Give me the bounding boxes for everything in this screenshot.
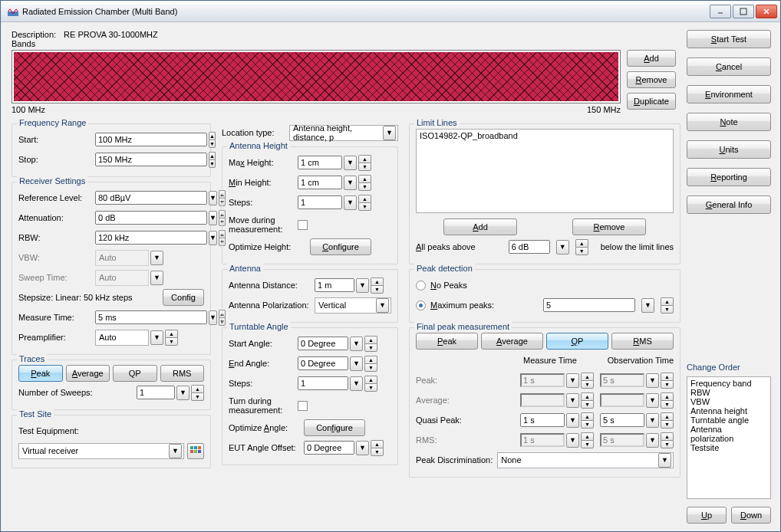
location-type-value[interactable]: Antenna height, distance, p <box>293 123 381 142</box>
dropdown-icon[interactable]: ▼ <box>344 176 357 190</box>
spin-down[interactable]: ▼ <box>191 392 204 401</box>
units-button[interactable]: Units <box>687 140 771 159</box>
dropdown-icon[interactable]: ▼ <box>209 310 217 325</box>
spin-down[interactable]: ▼ <box>581 420 594 429</box>
spin-up[interactable]: ▲ <box>358 195 371 202</box>
spin-down[interactable]: ▼ <box>209 159 216 168</box>
dropdown-icon[interactable]: ▼ <box>556 240 569 255</box>
order-item[interactable]: RBW <box>690 388 767 397</box>
start-angle-input[interactable] <box>298 337 348 350</box>
cancel-button[interactable]: Cancel <box>687 57 771 76</box>
max-peaks-input[interactable] <box>543 298 635 312</box>
order-item[interactable]: Antenna height <box>690 406 767 415</box>
order-item[interactable]: Antenna polarization <box>690 425 767 443</box>
sweeps-input[interactable] <box>137 386 175 399</box>
spin-up[interactable]: ▲ <box>661 412 674 420</box>
spin-up[interactable]: ▲ <box>371 277 384 285</box>
spin-down[interactable]: ▼ <box>209 140 216 148</box>
bands-remove-button[interactable]: Remove <box>627 71 676 88</box>
spin-up[interactable]: ▲ <box>165 330 178 337</box>
window-minimize-button[interactable] <box>710 5 731 18</box>
dropdown-icon[interactable]: ▼ <box>169 444 182 458</box>
limit-add-button[interactable]: Add <box>443 218 517 235</box>
dropdown-icon[interactable]: ▼ <box>344 156 357 170</box>
window-maximize-button[interactable] <box>733 5 754 18</box>
antenna-distance-input[interactable] <box>315 278 354 292</box>
dropdown-icon[interactable]: ▼ <box>350 356 363 371</box>
dropdown-icon[interactable]: ▼ <box>176 386 189 400</box>
min-height-input[interactable] <box>298 176 342 189</box>
spin-down[interactable]: ▼ <box>165 337 178 346</box>
optimize-angle-config-button[interactable]: Configure <box>304 419 365 436</box>
max-height-input[interactable] <box>298 156 342 169</box>
spin-down[interactable]: ▼ <box>371 448 384 456</box>
dropdown-icon[interactable]: ▼ <box>209 211 217 225</box>
spin-down[interactable]: ▼ <box>661 420 674 429</box>
freq-start-input[interactable] <box>95 133 207 146</box>
dropdown-icon[interactable]: ▼ <box>350 337 363 351</box>
spin-down[interactable]: ▼ <box>358 163 371 171</box>
spin-down[interactable]: ▼ <box>358 202 371 211</box>
measure-time-input[interactable] <box>95 310 207 324</box>
traces-average-button[interactable]: Average <box>66 365 110 382</box>
dropdown-icon[interactable]: ▼ <box>641 298 654 313</box>
spin-up[interactable]: ▲ <box>364 356 377 363</box>
freq-stop-input[interactable] <box>95 153 207 166</box>
general-info-button[interactable]: General Info <box>687 195 771 214</box>
spin-down[interactable]: ▼ <box>364 363 377 372</box>
dropdown-icon[interactable]: ▼ <box>383 126 396 140</box>
angle-steps-input[interactable] <box>298 376 348 390</box>
dropdown-icon[interactable]: ▼ <box>350 376 363 391</box>
spin-up[interactable]: ▲ <box>371 440 384 448</box>
height-steps-input[interactable] <box>298 195 342 209</box>
dropdown-icon[interactable]: ▼ <box>658 453 671 468</box>
spin-up[interactable]: ▲ <box>661 297 674 305</box>
final-average-button[interactable]: Average <box>481 333 543 350</box>
spin-up[interactable]: ▲ <box>358 175 371 182</box>
spin-down[interactable]: ▼ <box>364 383 377 392</box>
spin-down[interactable]: ▼ <box>358 182 371 191</box>
order-item[interactable]: Frequency band <box>690 379 767 388</box>
antenna-polarization-value[interactable]: Vertical <box>318 300 374 310</box>
limit-lines-list[interactable]: ISO14982-QP_broadband <box>416 129 674 213</box>
note-button[interactable]: Note <box>687 113 771 131</box>
equipment-browse-button[interactable] <box>187 443 204 459</box>
dropdown-icon[interactable]: ▼ <box>356 441 369 455</box>
traces-rms-button[interactable]: RMS <box>160 365 205 382</box>
no-peaks-radio[interactable] <box>416 281 426 291</box>
eut-angle-offset-input[interactable] <box>304 441 354 455</box>
move-during-checkbox[interactable] <box>298 220 308 230</box>
dropdown-icon[interactable]: ▼ <box>150 330 163 345</box>
window-close-button[interactable] <box>756 5 777 18</box>
spin-up[interactable]: ▲ <box>209 152 216 159</box>
dropdown-icon[interactable]: ▼ <box>356 278 369 293</box>
spin-up[interactable]: ▲ <box>209 132 216 140</box>
turn-during-checkbox[interactable] <box>298 401 308 411</box>
spin-up[interactable]: ▲ <box>575 239 588 247</box>
peak-discrimination-value[interactable]: None <box>501 455 657 465</box>
spin-down[interactable]: ▼ <box>371 285 384 294</box>
qp-obs-input[interactable] <box>600 413 644 427</box>
dropdown-icon[interactable]: ▼ <box>209 191 217 205</box>
traces-qp-button[interactable]: QP <box>113 365 157 382</box>
reporting-button[interactable]: Reporting <box>687 168 771 186</box>
spin-down[interactable]: ▼ <box>661 305 674 314</box>
rbw-input[interactable] <box>95 231 207 245</box>
all-peaks-input[interactable] <box>509 240 550 254</box>
spin-up[interactable]: ▲ <box>364 376 377 383</box>
bands-duplicate-button[interactable]: Duplicate <box>627 93 676 110</box>
environment-button[interactable]: Environment <box>687 85 771 103</box>
change-order-list[interactable]: Frequency band RBW VBW Antenna height Tu… <box>687 376 771 499</box>
end-angle-input[interactable] <box>298 356 348 370</box>
limit-line-item[interactable]: ISO14982-QP_broadband <box>420 131 670 140</box>
dropdown-icon[interactable]: ▼ <box>566 413 579 428</box>
optimize-height-config-button[interactable]: Configure <box>310 238 371 255</box>
spin-up[interactable]: ▲ <box>358 155 371 163</box>
start-test-button[interactable]: Start Test <box>687 30 771 48</box>
dropdown-icon[interactable]: ▼ <box>376 298 389 313</box>
dropdown-icon[interactable]: ▼ <box>344 195 357 210</box>
order-item[interactable]: Testsite <box>690 443 767 452</box>
spin-up[interactable]: ▲ <box>191 385 204 392</box>
order-up-button[interactable]: Up <box>687 507 727 524</box>
spin-down[interactable]: ▼ <box>575 247 588 255</box>
